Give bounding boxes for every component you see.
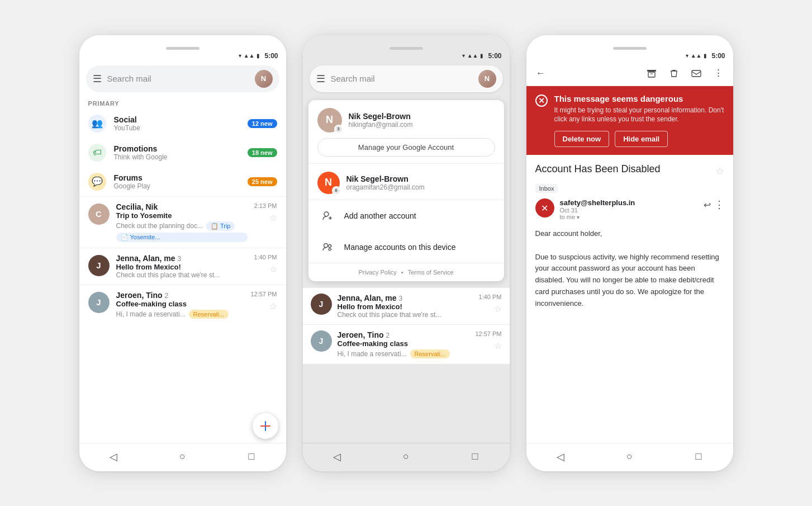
- acct-name-primary: Nik Segel-Brown: [349, 112, 413, 121]
- acct-footer: Privacy Policy • Terms of Service: [308, 263, 504, 281]
- svg-rect-14: [692, 70, 701, 77]
- status-bar-3: ▾ ▲▲ ▮ 5:00: [526, 51, 733, 61]
- nav-back-1[interactable]: ◁: [105, 448, 122, 466]
- social-icon: 👥: [88, 115, 106, 133]
- chevron-down-icon[interactable]: ▾: [577, 214, 580, 220]
- nav-recents-1[interactable]: □: [243, 448, 260, 466]
- acct-email-secondary: oragamifan26@gmail.com: [346, 183, 425, 191]
- mail-content-jeroen-2: Jeroen, Tino 2 Coffee-making class Hi, I…: [338, 330, 470, 358]
- email-row-jenna[interactable]: J Jenna, Alan, me 3 Hello from Mexico! C…: [79, 248, 286, 285]
- mail-time-jeroen-2: 12:57 PM: [475, 330, 501, 337]
- star-jeroen-2[interactable]: ☆: [494, 341, 502, 351]
- nav-recents-2[interactable]: □: [466, 448, 484, 466]
- more-options-button[interactable]: ⋮: [710, 64, 728, 82]
- search-bar-1[interactable]: ☰ Search mail N: [86, 65, 279, 92]
- time-2: 5:00: [488, 52, 501, 60]
- category-promotions[interactable]: 🏷 Promotions Think with Google 18 new: [79, 138, 286, 167]
- sender-info: safety@shelterplus.in Oct 31 to me ▾: [560, 198, 698, 220]
- notch-pill-3: [613, 47, 647, 50]
- social-name: Social: [114, 115, 240, 124]
- avatar-1[interactable]: N: [255, 70, 273, 88]
- acct-email-primary: hikingfan@gmail.com: [349, 121, 413, 129]
- manage-accounts-row[interactable]: Manage accounts on this device: [308, 231, 504, 263]
- nav-bar-3: ◁ ○ □: [526, 443, 733, 471]
- back-button[interactable]: ←: [532, 64, 550, 82]
- email-footer-jeroen: Hi, I made a reservati... Reservati...: [116, 310, 244, 319]
- email-time-cecilia: 2:13 PM: [254, 202, 277, 209]
- privacy-link[interactable]: Privacy Policy: [358, 269, 396, 276]
- terms-link[interactable]: Terms of Service: [408, 269, 454, 276]
- promotions-icon: 🏷: [88, 144, 106, 162]
- email-meta-jeroen: 12:57 PM ☆: [250, 291, 277, 311]
- mail-content-jenna-2: Jenna, Alan, me 3 Hello from Mexico! Che…: [338, 294, 473, 319]
- phone-3: ▾ ▲▲ ▮ 5:00 ← ⋮ ✕ This message seems dan…: [526, 35, 733, 471]
- mail-meta-jenna-2: 1:40 PM ☆: [479, 294, 502, 314]
- delete-now-button[interactable]: Delete now: [554, 131, 610, 147]
- search-bar-2[interactable]: ☰ Search mail N: [310, 65, 503, 92]
- star-cecilia[interactable]: ☆: [269, 212, 277, 223]
- notch-pill-2: [390, 47, 423, 50]
- promotions-name: Promotions: [114, 144, 240, 153]
- danger-banner: ✕ This message seems dangerous It might …: [526, 86, 733, 155]
- star-jenna-2[interactable]: ☆: [494, 304, 502, 314]
- screen-2: ☰ Search mail N N 3 Nik Segel-Brown hiki…: [303, 61, 510, 443]
- email-preview-cecilia: Check out the planning doc...: [116, 222, 203, 230]
- nav-home-3[interactable]: ○: [620, 448, 638, 466]
- hide-email-button[interactable]: Hide email: [615, 131, 668, 147]
- label-yosemite: 📄 Yosemite...: [116, 233, 248, 242]
- nav-back-2[interactable]: ◁: [328, 448, 346, 466]
- nav-back-3[interactable]: ◁: [552, 448, 569, 466]
- archive-button[interactable]: [643, 64, 661, 82]
- menu-icon-2[interactable]: ☰: [316, 73, 325, 85]
- email-row-jeroen[interactable]: J Jeroen, Tino 2 Coffee-making class Hi,…: [79, 285, 286, 324]
- danger-content: This message seems dangerous It might be…: [554, 94, 724, 148]
- mail-row-jenna-2[interactable]: J Jenna, Alan, me 3 Hello from Mexico! C…: [303, 288, 510, 324]
- email-time-jenna: 1:40 PM: [254, 254, 277, 261]
- reply-icon[interactable]: ↩: [704, 200, 711, 210]
- menu-icon-1[interactable]: ☰: [93, 73, 102, 85]
- forums-sub: Google Play: [114, 182, 240, 190]
- mail-from-jeroen-2: Jeroen, Tino 2: [338, 330, 470, 339]
- acct-info-secondary: Nik Segel-Brown oragamifan26@gmail.com: [346, 174, 425, 191]
- fab-compose[interactable]: [253, 413, 278, 439]
- email-body-text: Dear account holder, Due to suspcious ac…: [535, 228, 724, 310]
- sender-danger-icon: ✕: [535, 198, 554, 217]
- email-row-cecilia[interactable]: C Cecilia, Nik Trip to Yosemite Check ou…: [79, 196, 286, 248]
- email-detail-body: Account Has Been Disabled ☆ Inbox ✕ safe…: [526, 155, 733, 442]
- mail-avatar-jenna-2: J: [311, 294, 332, 315]
- sender-to: to me: [560, 214, 576, 220]
- email-button[interactable]: [687, 64, 705, 82]
- nav-recents-3[interactable]: □: [690, 448, 707, 466]
- email-meta-jenna: 1:40 PM ☆: [254, 254, 277, 275]
- star-jeroen[interactable]: ☆: [269, 301, 277, 311]
- email-detail-header: ← ⋮: [526, 61, 733, 86]
- wifi-icon-2: ▾: [462, 53, 465, 59]
- acct-avatar-secondary: N 8: [317, 172, 340, 194]
- nav-home-2[interactable]: ○: [397, 448, 415, 466]
- email-time-jeroen: 12:57 PM: [250, 291, 277, 297]
- mail-subject-jenna-2: Hello from Mexico!: [338, 302, 473, 311]
- signal-icon-3: ▲▲: [691, 53, 702, 59]
- category-forums[interactable]: 💬 Forums Google Play 25 new: [79, 167, 286, 196]
- category-social[interactable]: 👥 Social YouTube 12 new: [79, 109, 286, 138]
- manage-google-account-btn[interactable]: Manage your Google Account: [317, 138, 495, 157]
- mail-avatar-jeroen-2: J: [311, 330, 332, 352]
- acct-row-secondary[interactable]: N 8 Nik Segel-Brown oragamifan26@gmail.c…: [308, 164, 504, 200]
- avatar-jeroen: J: [88, 292, 110, 313]
- avatar-jenna: J: [88, 255, 110, 276]
- delete-button[interactable]: [665, 64, 683, 82]
- primary-label-1: PRIMARY: [79, 97, 286, 109]
- star-jenna[interactable]: ☆: [269, 264, 277, 275]
- danger-title: This message seems dangerous: [554, 94, 724, 103]
- acct-name-secondary: Nik Segel-Brown: [346, 174, 425, 183]
- star-detail[interactable]: ☆: [715, 165, 724, 177]
- phone-2: ▾ ▲▲ ▮ 5:00 ☰ Search mail N N 3 Nik Sege…: [303, 35, 510, 471]
- add-account-row[interactable]: Add another account: [308, 200, 504, 231]
- promotions-info: Promotions Think with Google: [114, 144, 240, 161]
- more-icon-detail[interactable]: ⋮: [714, 198, 724, 211]
- mail-row-jeroen-2[interactable]: J Jeroen, Tino 2 Coffee-making class Hi,…: [303, 324, 510, 364]
- danger-actions: Delete now Hide email: [554, 131, 724, 147]
- avatar-2[interactable]: N: [478, 70, 496, 88]
- email-subject-detail: Account Has Been Disabled: [535, 163, 715, 176]
- nav-home-1[interactable]: ○: [173, 448, 191, 466]
